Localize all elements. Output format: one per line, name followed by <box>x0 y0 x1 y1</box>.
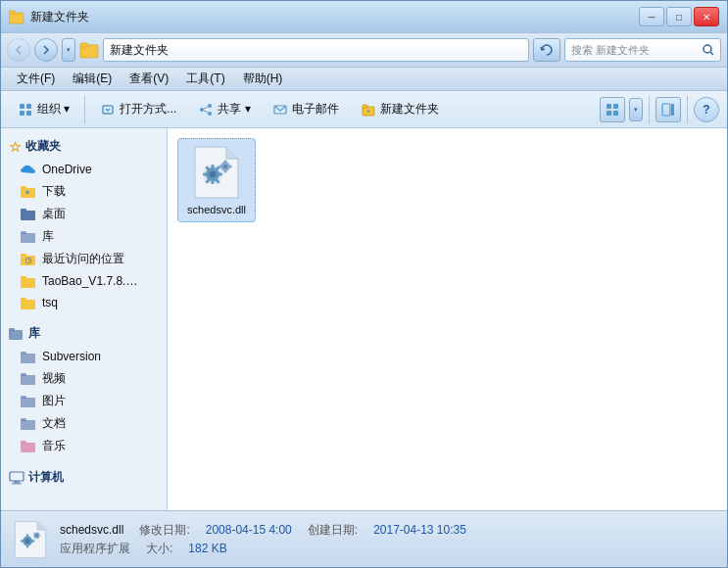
svg-rect-71 <box>224 169 227 173</box>
sidebar-item-pictures[interactable]: 图片 <box>1 390 167 412</box>
menu-file[interactable]: 文件(F) <box>9 69 63 89</box>
subversion-icon <box>21 349 36 364</box>
menu-bar: 文件(F) 编辑(E) 查看(V) 工具(T) 帮助(H) <box>1 68 727 91</box>
sidebar-item-library-fav[interactable]: 库 <box>1 225 167 248</box>
sidebar-favorites-header[interactable]: ☆ 收藏夹 <box>1 134 167 159</box>
status-type: 应用程序扩展 <box>60 541 130 557</box>
view-icon <box>606 103 619 117</box>
library-fav-label: 库 <box>42 228 54 245</box>
status-modify-label: 修改日期: <box>139 522 189 539</box>
title-bar-buttons: ─ □ ✕ <box>639 7 719 26</box>
documents-icon <box>21 416 36 432</box>
svg-rect-6 <box>20 104 24 109</box>
svg-rect-81 <box>31 540 35 542</box>
downloads-label: 下载 <box>42 183 66 200</box>
organize-button[interactable]: 组织 ▾ <box>9 96 78 122</box>
share-button[interactable]: 共享 ▾ <box>189 96 259 122</box>
view-options-button[interactable] <box>600 97 625 122</box>
svg-rect-72 <box>219 166 223 168</box>
svg-rect-43 <box>21 375 35 385</box>
svg-rect-41 <box>21 354 35 363</box>
address-input[interactable]: 新建文件夹 <box>103 38 529 62</box>
svg-rect-0 <box>9 13 24 24</box>
open-with-button[interactable]: 打开方式... <box>91 96 185 122</box>
svg-rect-52 <box>14 481 20 483</box>
menu-view[interactable]: 查看(V) <box>121 69 176 89</box>
svg-rect-24 <box>662 104 670 116</box>
menu-help[interactable]: 帮助(H) <box>235 69 291 89</box>
sidebar-item-desktop[interactable]: 桌面 <box>1 203 167 225</box>
forward-icon <box>41 45 51 55</box>
view-dropdown[interactable]: ▾ <box>629 98 643 121</box>
svg-line-5 <box>710 52 713 55</box>
file-item-schedsvc[interactable]: schedsvc.dll <box>177 138 256 222</box>
open-with-icon <box>100 102 116 118</box>
sidebar-computer-header[interactable]: 计算机 <box>1 465 167 490</box>
taobao-label: TaoBao_V1.7.8.10.. <box>42 274 140 288</box>
svg-rect-37 <box>21 300 35 309</box>
svg-rect-21 <box>613 104 618 109</box>
sidebar-item-downloads[interactable]: 下载 <box>1 180 167 203</box>
status-row-1: schedsvc.dll 修改日期: 2008-04-15 4:00 创建日期:… <box>60 522 466 539</box>
sidebar-item-onedrive[interactable]: OneDrive <box>1 159 167 180</box>
sidebar: ☆ 收藏夹 OneDrive <box>1 128 168 510</box>
sidebar-item-music[interactable]: 音乐 <box>1 435 167 457</box>
window-icon <box>9 9 24 24</box>
sidebar-library-header[interactable]: 库 <box>1 321 167 346</box>
email-button[interactable]: 电子邮件 <box>264 96 348 122</box>
svg-rect-35 <box>21 278 35 288</box>
file-area[interactable]: schedsvc.dll <box>168 128 727 510</box>
status-size-label: 大小: <box>146 541 172 557</box>
new-folder-button[interactable]: + 新建文件夹 <box>352 96 448 122</box>
svg-point-58 <box>210 171 217 178</box>
preview-pane-button[interactable] <box>655 97 681 122</box>
library-fav-icon <box>21 229 36 245</box>
status-file-icon <box>11 520 50 559</box>
status-create-label: 创建日期: <box>308 522 358 539</box>
svg-rect-8 <box>20 111 24 116</box>
favorites-label: 收藏夹 <box>25 138 61 155</box>
svg-rect-61 <box>203 173 208 176</box>
help-button[interactable]: ? <box>694 97 719 122</box>
close-button[interactable]: ✕ <box>694 7 719 26</box>
forward-button[interactable] <box>34 38 58 62</box>
back-button[interactable] <box>7 38 30 62</box>
dll-file-svg <box>193 145 240 200</box>
status-row-2: 应用程序扩展 大小: 182 KB <box>60 541 466 557</box>
status-create-value: 2017-04-13 10:35 <box>373 523 466 537</box>
library-header-icon <box>9 327 24 341</box>
svg-rect-3 <box>80 43 88 47</box>
sidebar-item-video[interactable]: 视频 <box>1 367 167 390</box>
svg-text:+: + <box>366 108 370 115</box>
history-dropdown[interactable]: ▾ <box>62 38 75 62</box>
email-icon <box>272 102 288 118</box>
minimize-button[interactable]: ─ <box>639 7 664 26</box>
search-icon <box>703 44 714 56</box>
svg-rect-20 <box>607 104 611 109</box>
music-label: 音乐 <box>42 438 66 454</box>
sidebar-item-subversion[interactable]: Subversion <box>1 346 167 367</box>
svg-rect-60 <box>212 179 215 184</box>
svg-rect-9 <box>26 111 31 116</box>
sidebar-item-recent[interactable]: 最近访问的位置 <box>1 248 167 270</box>
svg-rect-49 <box>21 443 35 452</box>
menu-tools[interactable]: 工具(T) <box>178 69 232 89</box>
svg-rect-28 <box>21 211 35 220</box>
svg-point-12 <box>200 108 204 112</box>
search-box[interactable]: 搜索 新建文件夹 <box>564 38 721 62</box>
video-label: 视频 <box>42 370 66 387</box>
svg-point-11 <box>208 104 212 108</box>
refresh-button[interactable] <box>533 38 560 62</box>
menu-edit[interactable]: 编辑(E) <box>65 69 120 89</box>
sidebar-section-library: 库 Subversion <box>1 321 167 457</box>
sidebar-item-taobao[interactable]: TaoBao_V1.7.8.10.. <box>1 270 167 292</box>
title-bar: 新建文件夹 ─ □ ✕ <box>1 1 727 32</box>
main-content: ☆ 收藏夹 OneDrive <box>1 128 727 510</box>
sidebar-item-tsq[interactable]: tsq <box>1 292 167 313</box>
music-icon <box>21 439 36 454</box>
svg-rect-46 <box>21 396 26 399</box>
window-title: 新建文件夹 <box>30 9 89 25</box>
sidebar-item-documents[interactable]: 文档 <box>1 412 167 435</box>
maximize-button[interactable]: □ <box>666 7 692 26</box>
folder-download-icon <box>21 184 36 200</box>
